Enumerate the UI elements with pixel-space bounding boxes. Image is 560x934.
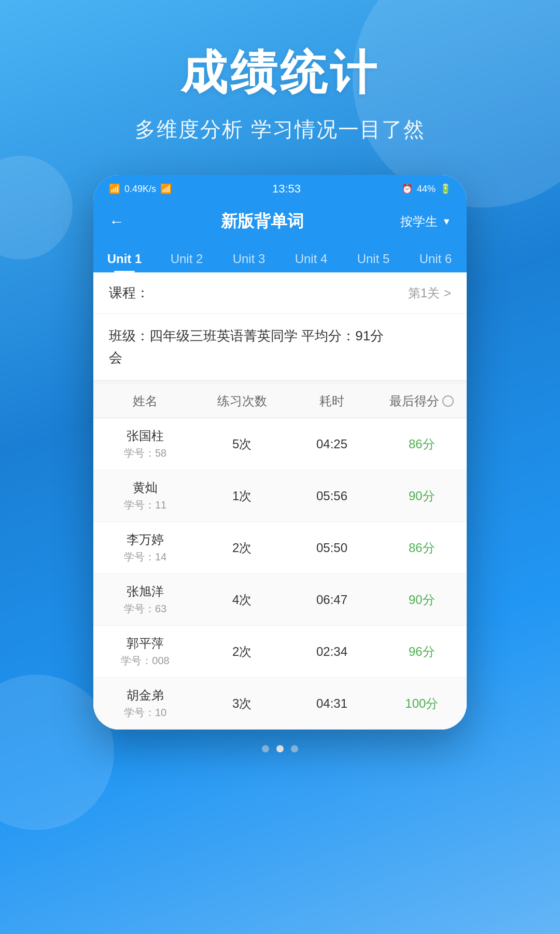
phone-container: 📶 0.49K/s 📶 13:53 ⏰ 44% 🔋 ← 新版背单词 按学生 ▼ … <box>0 164 560 730</box>
th-score: 最后得分 <box>377 393 467 409</box>
time-spent: 04:25 <box>287 428 376 461</box>
dropdown-icon: ▼ <box>442 216 451 227</box>
student-name: 张国柱 <box>97 428 193 444</box>
unit-tabs: Unit 1 Unit 2 Unit 3 Unit 4 Unit 5 Unit … <box>93 242 467 272</box>
student-name: 黄灿 <box>97 479 193 496</box>
status-bar: 📶 0.49K/s 📶 13:53 ⏰ 44% 🔋 <box>93 175 467 201</box>
score-table: 姓名 练习次数 耗时 最后得分 张国柱 学号：58 5次 04:25 86分 <box>93 384 467 730</box>
back-button[interactable]: ← <box>109 213 124 230</box>
course-row: 课程： 第1关 > <box>93 272 467 314</box>
last-score: 86分 <box>377 530 467 566</box>
student-id: 学号：008 <box>97 654 193 668</box>
practice-count: 3次 <box>197 686 287 721</box>
battery-text: 44% <box>417 184 436 195</box>
th-name: 姓名 <box>93 393 197 409</box>
practice-count: 2次 <box>197 634 287 669</box>
status-right: ⏰ 44% 🔋 <box>401 183 451 195</box>
table-row: 李万婷 学号：14 2次 05:50 86分 <box>93 522 467 574</box>
last-score: 90分 <box>377 582 467 617</box>
pagination-dots <box>0 730 560 773</box>
student-name-cell: 张旭洋 学号：63 <box>93 574 197 625</box>
last-score: 100分 <box>377 686 467 721</box>
sort-label: 按学生 <box>400 213 438 230</box>
sub-title: 多维度分析 学习情况一目了然 <box>0 115 560 144</box>
practice-count: 5次 <box>197 427 287 462</box>
practice-count: 1次 <box>197 478 287 514</box>
course-nav-text: 第1关 <box>408 285 440 301</box>
last-score: 96分 <box>377 634 467 669</box>
student-id: 学号：14 <box>97 550 193 564</box>
course-nav-arrow: > <box>444 286 451 300</box>
time-spent: 04:31 <box>287 687 376 720</box>
table-header: 姓名 练习次数 耗时 最后得分 <box>93 384 467 418</box>
app-title: 新版背单词 <box>221 210 304 233</box>
student-name: 李万婷 <box>97 531 193 548</box>
wifi-icon: 📶 <box>160 183 172 195</box>
student-name: 张旭洋 <box>97 583 193 600</box>
class-suffix: 会 <box>109 350 122 365</box>
alarm-icon: ⏰ <box>401 183 413 195</box>
phone-mockup: 📶 0.49K/s 📶 13:53 ⏰ 44% 🔋 ← 新版背单词 按学生 ▼ … <box>93 175 467 730</box>
practice-count: 4次 <box>197 582 287 617</box>
table-row: 张旭洋 学号：63 4次 06:47 90分 <box>93 574 467 626</box>
page-dot-2[interactable] <box>276 745 284 752</box>
student-name-cell: 黄灿 学号：11 <box>93 470 197 521</box>
th-time: 耗时 <box>287 393 376 409</box>
student-id: 学号：11 <box>97 498 193 512</box>
sort-control[interactable]: 按学生 ▼ <box>400 213 451 230</box>
page-dot-3[interactable] <box>291 745 298 752</box>
signal-text: 0.49K/s <box>124 184 156 195</box>
status-time: 13:53 <box>272 182 301 196</box>
tab-unit2[interactable]: Unit 2 <box>156 242 218 272</box>
battery-icon: 🔋 <box>440 183 451 195</box>
th-practice: 练习次数 <box>197 393 287 409</box>
tab-unit1[interactable]: Unit 1 <box>93 242 156 272</box>
student-name-cell: 李万婷 学号：14 <box>93 522 197 573</box>
table-row: 黄灿 学号：11 1次 05:56 90分 <box>93 470 467 522</box>
student-name: 郭平萍 <box>97 635 193 652</box>
avg-score: 平均分：91分 <box>301 328 384 344</box>
table-row: 张国柱 学号：58 5次 04:25 86分 <box>93 418 467 470</box>
signal-icon: 📶 <box>109 183 120 195</box>
content-area: 课程： 第1关 > 班级：四年级三班英语菁英同学 平均分：91分 会 姓名 练习… <box>93 272 467 730</box>
table-row: 郭平萍 学号：008 2次 02:34 96分 <box>93 626 467 678</box>
time-spent: 05:50 <box>287 531 376 565</box>
table-row: 胡金弟 学号：10 3次 04:31 100分 <box>93 678 467 730</box>
student-id: 学号：58 <box>97 446 193 460</box>
main-title: 成绩统计 <box>0 42 560 105</box>
student-name-cell: 郭平萍 学号：008 <box>93 626 197 677</box>
course-label: 课程： <box>109 284 149 302</box>
class-info: 班级：四年级三班英语菁英同学 平均分：91分 会 <box>93 314 467 380</box>
header-area: 成绩统计 多维度分析 学习情况一目了然 <box>0 0 560 164</box>
practice-count: 2次 <box>197 530 287 566</box>
student-id: 学号：10 <box>97 706 193 720</box>
student-id: 学号：63 <box>97 602 193 616</box>
time-spent: 05:56 <box>287 479 376 513</box>
student-name: 胡金弟 <box>97 687 193 704</box>
time-spent: 02:34 <box>287 635 376 668</box>
tab-unit4[interactable]: Unit 4 <box>280 242 342 272</box>
sort-circle-icon <box>442 395 454 407</box>
student-name-cell: 胡金弟 学号：10 <box>93 678 197 729</box>
time-spent: 06:47 <box>287 583 376 616</box>
tab-unit3[interactable]: Unit 3 <box>218 242 280 272</box>
last-score: 90分 <box>377 478 467 514</box>
last-score: 86分 <box>377 427 467 462</box>
course-nav[interactable]: 第1关 > <box>408 285 451 301</box>
page-dot-1[interactable] <box>262 745 269 752</box>
tab-unit6[interactable]: Unit 6 <box>404 242 467 272</box>
student-name-cell: 张国柱 学号：58 <box>93 418 197 470</box>
class-text: 班级：四年级三班英语菁英同学 <box>109 328 298 344</box>
tab-unit5[interactable]: Unit 5 <box>342 242 404 272</box>
app-header: ← 新版背单词 按学生 ▼ <box>93 201 467 242</box>
status-left: 📶 0.49K/s 📶 <box>109 183 172 195</box>
